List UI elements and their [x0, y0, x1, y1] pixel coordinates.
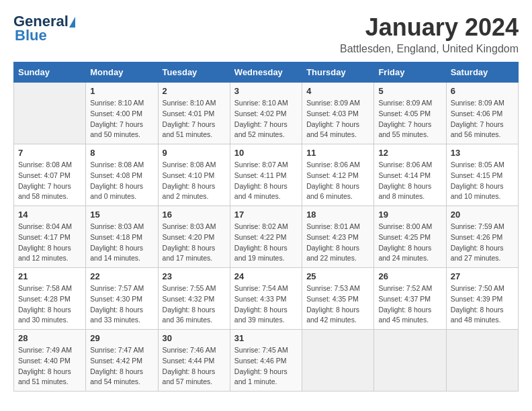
day-info: Sunrise: 8:02 AMSunset: 4:22 PMDaylight:…: [234, 222, 298, 264]
day-number: 15: [90, 210, 153, 220]
calendar-table: Sunday Monday Tuesday Wednesday Thursday…: [13, 62, 519, 392]
calendar-week-3: 14Sunrise: 8:04 AMSunset: 4:17 PMDayligh…: [14, 206, 519, 268]
day-number: 24: [234, 271, 298, 281]
calendar-cell: 18Sunrise: 8:01 AMSunset: 4:23 PMDayligh…: [302, 206, 374, 268]
day-number: 18: [306, 210, 369, 220]
calendar-cell: 11Sunrise: 8:06 AMSunset: 4:12 PMDayligh…: [302, 144, 374, 206]
calendar-cell: 13Sunrise: 8:05 AMSunset: 4:15 PMDayligh…: [446, 144, 518, 206]
calendar-cell: 26Sunrise: 7:52 AMSunset: 4:37 PMDayligh…: [374, 268, 446, 330]
day-number: 17: [234, 210, 298, 220]
logo-blue: Blue: [15, 27, 47, 44]
day-number: 30: [163, 333, 226, 343]
calendar-cell: 21Sunrise: 7:58 AMSunset: 4:28 PMDayligh…: [14, 268, 86, 330]
calendar-cell: [446, 330, 518, 392]
day-number: 20: [451, 210, 514, 220]
calendar-week-1: 1Sunrise: 8:10 AMSunset: 4:00 PMDaylight…: [14, 83, 519, 144]
day-info: Sunrise: 7:49 AMSunset: 4:40 PMDaylight:…: [18, 345, 81, 387]
calendar-cell: 27Sunrise: 7:50 AMSunset: 4:39 PMDayligh…: [446, 268, 518, 330]
day-number: 7: [18, 148, 81, 158]
day-number: 27: [451, 271, 514, 281]
calendar-cell: 5Sunrise: 8:09 AMSunset: 4:05 PMDaylight…: [374, 83, 446, 144]
calendar-cell: 20Sunrise: 7:59 AMSunset: 4:26 PMDayligh…: [446, 206, 518, 268]
col-monday: Monday: [86, 62, 158, 83]
day-info: Sunrise: 8:03 AMSunset: 4:18 PMDaylight:…: [90, 222, 153, 264]
calendar-week-2: 7Sunrise: 8:08 AMSunset: 4:07 PMDaylight…: [14, 144, 519, 206]
calendar-cell: 31Sunrise: 7:45 AMSunset: 4:46 PMDayligh…: [230, 330, 302, 392]
day-info: Sunrise: 7:45 AMSunset: 4:46 PMDaylight:…: [234, 345, 298, 387]
day-info: Sunrise: 7:50 AMSunset: 4:39 PMDaylight:…: [451, 283, 514, 326]
day-info: Sunrise: 8:05 AMSunset: 4:15 PMDaylight:…: [451, 160, 514, 202]
calendar-cell: 19Sunrise: 8:00 AMSunset: 4:25 PMDayligh…: [374, 206, 446, 268]
day-info: Sunrise: 8:10 AMSunset: 4:01 PMDaylight:…: [163, 98, 226, 140]
day-number: 8: [90, 148, 153, 158]
day-info: Sunrise: 7:59 AMSunset: 4:26 PMDaylight:…: [451, 222, 514, 264]
day-info: Sunrise: 8:09 AMSunset: 4:03 PMDaylight:…: [306, 98, 369, 140]
col-wednesday: Wednesday: [230, 62, 302, 83]
calendar-cell: 3Sunrise: 8:10 AMSunset: 4:02 PMDaylight…: [230, 83, 302, 144]
calendar-cell: 29Sunrise: 7:47 AMSunset: 4:42 PMDayligh…: [86, 330, 158, 392]
day-info: Sunrise: 8:09 AMSunset: 4:05 PMDaylight:…: [378, 98, 441, 140]
day-number: 10: [234, 148, 298, 158]
day-number: 13: [451, 148, 514, 158]
day-info: Sunrise: 7:46 AMSunset: 4:44 PMDaylight:…: [163, 345, 226, 387]
day-info: Sunrise: 8:04 AMSunset: 4:17 PMDaylight:…: [18, 222, 81, 264]
day-number: 25: [306, 271, 369, 281]
day-info: Sunrise: 8:08 AMSunset: 4:07 PMDaylight:…: [18, 160, 81, 202]
day-info: Sunrise: 8:10 AMSunset: 4:00 PMDaylight:…: [90, 98, 153, 140]
title-area: January 2024 Battlesden, England, United…: [340, 13, 519, 55]
calendar-cell: 28Sunrise: 7:49 AMSunset: 4:40 PMDayligh…: [14, 330, 86, 392]
day-info: Sunrise: 7:58 AMSunset: 4:28 PMDaylight:…: [18, 283, 81, 326]
day-number: 9: [163, 148, 226, 158]
day-number: 14: [18, 210, 81, 220]
calendar-cell: [302, 330, 374, 392]
calendar-week-4: 21Sunrise: 7:58 AMSunset: 4:28 PMDayligh…: [14, 268, 519, 330]
calendar-cell: 25Sunrise: 7:53 AMSunset: 4:35 PMDayligh…: [302, 268, 374, 330]
day-number: 16: [163, 210, 226, 220]
day-info: Sunrise: 7:54 AMSunset: 4:33 PMDaylight:…: [234, 283, 298, 326]
day-number: 2: [163, 86, 226, 96]
page-header: General Blue January 2024 Battlesden, En…: [13, 13, 519, 55]
day-info: Sunrise: 7:53 AMSunset: 4:35 PMDaylight:…: [306, 283, 369, 326]
day-info: Sunrise: 7:57 AMSunset: 4:30 PMDaylight:…: [90, 283, 153, 326]
day-number: 5: [378, 86, 441, 96]
day-number: 12: [378, 148, 441, 158]
day-number: 26: [378, 271, 441, 281]
logo: General Blue: [13, 13, 75, 44]
day-number: 19: [378, 210, 441, 220]
day-number: 28: [18, 333, 81, 343]
calendar-cell: 10Sunrise: 8:07 AMSunset: 4:11 PMDayligh…: [230, 144, 302, 206]
day-info: Sunrise: 8:01 AMSunset: 4:23 PMDaylight:…: [306, 222, 369, 264]
day-info: Sunrise: 8:06 AMSunset: 4:12 PMDaylight:…: [306, 160, 369, 202]
day-info: Sunrise: 8:03 AMSunset: 4:20 PMDaylight:…: [163, 222, 226, 264]
calendar-cell: 6Sunrise: 8:09 AMSunset: 4:06 PMDaylight…: [446, 83, 518, 144]
day-info: Sunrise: 7:52 AMSunset: 4:37 PMDaylight:…: [378, 283, 441, 326]
calendar-cell: [374, 330, 446, 392]
col-thursday: Thursday: [302, 62, 374, 83]
calendar-cell: 16Sunrise: 8:03 AMSunset: 4:20 PMDayligh…: [158, 206, 230, 268]
day-info: Sunrise: 8:10 AMSunset: 4:02 PMDaylight:…: [234, 98, 298, 140]
calendar-cell: 30Sunrise: 7:46 AMSunset: 4:44 PMDayligh…: [158, 330, 230, 392]
calendar-cell: [14, 83, 86, 144]
header-row: Sunday Monday Tuesday Wednesday Thursday…: [14, 62, 519, 83]
calendar-cell: 22Sunrise: 7:57 AMSunset: 4:30 PMDayligh…: [86, 268, 158, 330]
day-info: Sunrise: 8:00 AMSunset: 4:25 PMDaylight:…: [378, 222, 441, 264]
calendar-cell: 12Sunrise: 8:06 AMSunset: 4:14 PMDayligh…: [374, 144, 446, 206]
calendar-cell: 4Sunrise: 8:09 AMSunset: 4:03 PMDaylight…: [302, 83, 374, 144]
day-number: 6: [451, 86, 514, 96]
day-number: 1: [90, 86, 153, 96]
calendar-cell: 1Sunrise: 8:10 AMSunset: 4:00 PMDaylight…: [86, 83, 158, 144]
day-info: Sunrise: 8:07 AMSunset: 4:11 PMDaylight:…: [234, 160, 298, 202]
day-number: 11: [306, 148, 369, 158]
calendar-title: January 2024: [340, 13, 519, 42]
day-info: Sunrise: 8:09 AMSunset: 4:06 PMDaylight:…: [451, 98, 514, 140]
calendar-cell: 17Sunrise: 8:02 AMSunset: 4:22 PMDayligh…: [230, 206, 302, 268]
col-saturday: Saturday: [446, 62, 518, 83]
day-number: 3: [234, 86, 298, 96]
calendar-cell: 2Sunrise: 8:10 AMSunset: 4:01 PMDaylight…: [158, 83, 230, 144]
col-sunday: Sunday: [14, 62, 86, 83]
day-number: 23: [163, 271, 226, 281]
day-number: 4: [306, 86, 369, 96]
calendar-cell: 15Sunrise: 8:03 AMSunset: 4:18 PMDayligh…: [86, 206, 158, 268]
calendar-week-5: 28Sunrise: 7:49 AMSunset: 4:40 PMDayligh…: [14, 330, 519, 392]
day-number: 29: [90, 333, 153, 343]
